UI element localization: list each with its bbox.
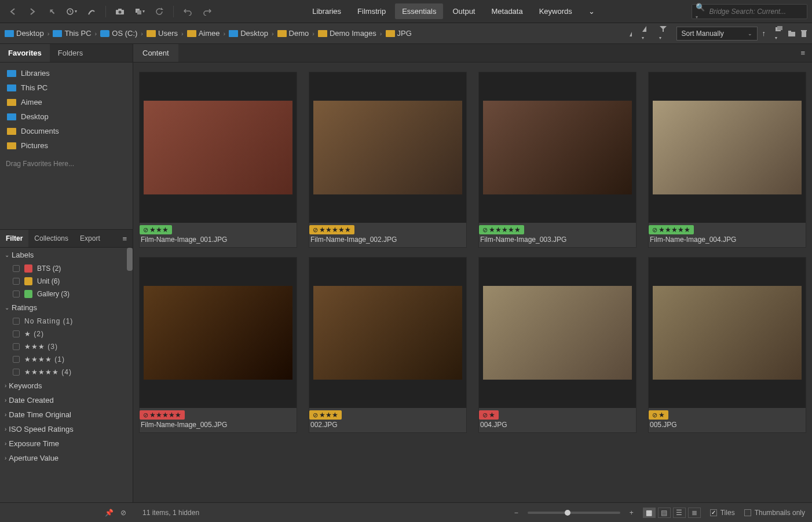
breadcrumb-item[interactable]: OS (C:) bbox=[100, 29, 137, 38]
zoom-out-icon[interactable]: − bbox=[514, 509, 518, 517]
sort-direction-icon[interactable]: ↑ bbox=[762, 29, 766, 38]
favorite-item[interactable]: Aimee bbox=[0, 95, 133, 109]
pin-icon[interactable]: 📌 bbox=[105, 509, 114, 517]
filter-section-header[interactable]: ›Aperture Value bbox=[0, 451, 133, 465]
thumbnail-card[interactable]: ⊘★004.JPG bbox=[478, 257, 637, 433]
rating-pill[interactable]: ⊘★ bbox=[479, 410, 499, 420]
boomerang-icon[interactable] bbox=[83, 3, 100, 20]
thumbnail-card[interactable]: ⊘★★★★★Film-Name-Image_003.JPG bbox=[478, 72, 637, 248]
filter-section-header[interactable]: ›ISO Speed Ratings bbox=[0, 422, 133, 436]
workspace-tab-libraries[interactable]: Libraries bbox=[305, 3, 348, 19]
filter-rating-row[interactable]: ★★★★ (1) bbox=[0, 353, 133, 366]
breadcrumb-item[interactable]: Desktop bbox=[5, 29, 44, 38]
filter-rating-row[interactable]: ★★★★★ (4) bbox=[0, 366, 133, 378]
filter-section-header[interactable]: ›Date Created bbox=[0, 393, 133, 407]
rating-pill[interactable]: ⊘★★★ bbox=[140, 225, 172, 234]
favorite-item[interactable]: Documents bbox=[0, 124, 133, 138]
chevron-right-icon[interactable]: › bbox=[380, 30, 382, 37]
search-box[interactable]: 🔍▾ bbox=[692, 4, 807, 19]
filter-section-header[interactable]: ⌄Labels bbox=[0, 248, 133, 262]
stack-icon[interactable]: ▾ bbox=[775, 25, 783, 41]
cancel-filter-icon[interactable]: ⊘ bbox=[120, 509, 126, 517]
favorite-item[interactable]: Libraries bbox=[0, 66, 133, 80]
chevron-right-icon[interactable]: › bbox=[224, 30, 226, 37]
view-list-icon[interactable]: ≣ bbox=[688, 508, 701, 518]
filter-section-header[interactable]: ›Exposure Time bbox=[0, 436, 133, 451]
filter-rating-row[interactable]: ★★★ (3) bbox=[0, 340, 133, 353]
filter-label-row[interactable]: Gallery (3) bbox=[0, 288, 133, 300]
filter-panel-menu-icon[interactable]: ≡ bbox=[116, 231, 133, 247]
zoom-in-icon[interactable]: + bbox=[630, 509, 634, 517]
workspace-tab-essentials[interactable]: Essentials bbox=[395, 3, 443, 19]
filter-section-header[interactable]: ⌄Ratings bbox=[0, 300, 133, 315]
thumbnail-card[interactable]: ⊘★★★★★Film-Name-Image_004.JPG bbox=[648, 72, 806, 248]
workspace-tab-filmstrip[interactable]: Filmstrip bbox=[350, 3, 393, 19]
thumbnail-card[interactable]: ⊘★★★★★Film-Name-Image_005.JPG bbox=[139, 257, 297, 433]
tab-favorites[interactable]: Favorites bbox=[0, 44, 50, 62]
view-grid-icon[interactable]: ▦ bbox=[643, 508, 656, 518]
rating-pill[interactable]: ⊘★★★★★ bbox=[140, 410, 185, 420]
chevron-right-icon[interactable]: › bbox=[272, 30, 274, 37]
filter-rating-row[interactable]: ★ (2) bbox=[0, 328, 133, 340]
rating-pill[interactable]: ⊘★★★★★ bbox=[649, 225, 694, 234]
filter-rating-row[interactable]: No Rating (1) bbox=[0, 315, 133, 328]
search-input[interactable] bbox=[709, 8, 803, 16]
funnel-icon[interactable]: ▾ bbox=[659, 25, 667, 41]
tab-filter[interactable]: Filter bbox=[0, 230, 28, 247]
scrollbar[interactable] bbox=[127, 248, 133, 271]
zoom-handle[interactable] bbox=[565, 510, 570, 516]
view-details-icon[interactable]: ☰ bbox=[673, 508, 686, 518]
nav-up-button[interactable] bbox=[44, 3, 60, 20]
thumbnail-card[interactable]: ⊘★★★★★Film-Name-Image_002.JPG bbox=[309, 72, 467, 248]
nav-forward-button[interactable] bbox=[24, 3, 41, 20]
batch-icon[interactable]: ▾ bbox=[131, 3, 148, 20]
filter-label-row[interactable]: Unit (6) bbox=[0, 275, 133, 288]
tab-folders[interactable]: Folders bbox=[50, 44, 91, 62]
chevron-right-icon[interactable]: › bbox=[312, 30, 314, 37]
workspace-more-icon[interactable]: ⌄ bbox=[581, 3, 602, 19]
favorite-item[interactable]: Pictures bbox=[0, 138, 133, 153]
view-grid2-icon[interactable]: ▤ bbox=[658, 508, 671, 518]
filter-section-header[interactable]: ›Keywords bbox=[0, 378, 133, 393]
breadcrumb-item[interactable]: JPG bbox=[386, 29, 412, 38]
favorite-item[interactable]: Desktop bbox=[0, 109, 133, 124]
breadcrumb-item[interactable]: Desktop bbox=[229, 29, 268, 38]
chevron-right-icon[interactable]: › bbox=[141, 30, 143, 37]
workspace-tab-keywords[interactable]: Keywords bbox=[532, 3, 579, 19]
new-folder-icon[interactable] bbox=[788, 30, 796, 37]
breadcrumb-item[interactable]: Demo Images bbox=[318, 29, 376, 38]
recent-button[interactable]: ▾ bbox=[64, 3, 80, 20]
thumbs-only-checkbox[interactable]: Thumbnails only bbox=[744, 509, 805, 517]
filter-label-row[interactable]: BTS (2) bbox=[0, 262, 133, 275]
breadcrumb-item[interactable]: Aimee bbox=[187, 29, 220, 38]
workspace-tab-metadata[interactable]: Metadata bbox=[484, 3, 529, 19]
workspace-tab-output[interactable]: Output bbox=[445, 3, 482, 19]
rating-pill[interactable]: ⊘★ bbox=[649, 410, 668, 420]
tab-collections[interactable]: Collections bbox=[28, 230, 74, 247]
breadcrumb-item[interactable]: This PC bbox=[53, 29, 91, 38]
chevron-right-icon[interactable]: › bbox=[47, 30, 50, 37]
thumbnail-card[interactable]: ⊘★★★002.JPG bbox=[309, 257, 467, 433]
sort-dropdown[interactable]: Sort Manually⌄ bbox=[676, 27, 758, 41]
thumbnail-card[interactable]: ⊘★★★Film-Name-Image_001.JPG bbox=[139, 72, 297, 248]
favorite-item[interactable]: This PC bbox=[0, 80, 133, 95]
refresh-icon[interactable] bbox=[151, 3, 167, 20]
chevron-right-icon[interactable]: › bbox=[95, 30, 97, 37]
chevron-right-icon[interactable]: › bbox=[181, 30, 184, 37]
breadcrumb-item[interactable]: Users bbox=[147, 29, 178, 38]
tab-content[interactable]: Content bbox=[133, 44, 178, 62]
filter-section-header[interactable]: ›Date Time Original bbox=[0, 407, 133, 422]
breadcrumb-item[interactable]: Demo bbox=[277, 29, 309, 38]
trash-icon[interactable] bbox=[800, 30, 807, 38]
redo-icon[interactable] bbox=[199, 3, 215, 20]
filter-ramp2-icon[interactable]: ▾ bbox=[642, 25, 650, 41]
filter-ramp-icon[interactable] bbox=[629, 30, 637, 37]
zoom-slider[interactable] bbox=[528, 512, 620, 514]
content-panel-menu-icon[interactable]: ≡ bbox=[793, 44, 812, 62]
camera-icon[interactable] bbox=[112, 3, 128, 20]
rating-pill[interactable]: ⊘★★★★★ bbox=[309, 225, 354, 234]
nav-back-button[interactable] bbox=[5, 3, 21, 20]
tiles-checkbox[interactable]: Tiles bbox=[710, 509, 735, 517]
undo-icon[interactable] bbox=[180, 3, 196, 20]
rating-pill[interactable]: ⊘★★★★★ bbox=[479, 225, 524, 234]
